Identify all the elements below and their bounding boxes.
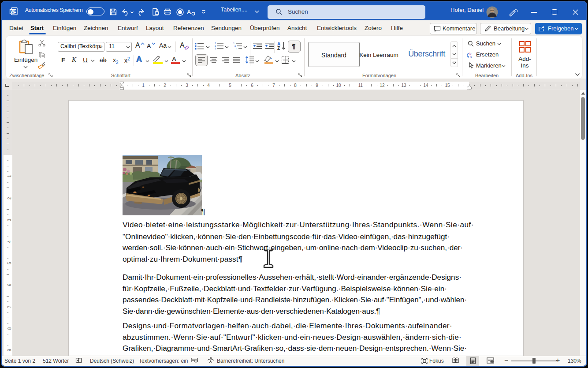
svg-text:Z: Z (277, 46, 280, 51)
svg-text:c: c (470, 55, 472, 58)
svg-text:3: 3 (215, 47, 216, 50)
svg-text:A: A (277, 41, 280, 46)
svg-text:i: i (236, 47, 236, 50)
svg-text:W: W (11, 9, 15, 14)
svg-text:A: A (187, 8, 191, 15)
